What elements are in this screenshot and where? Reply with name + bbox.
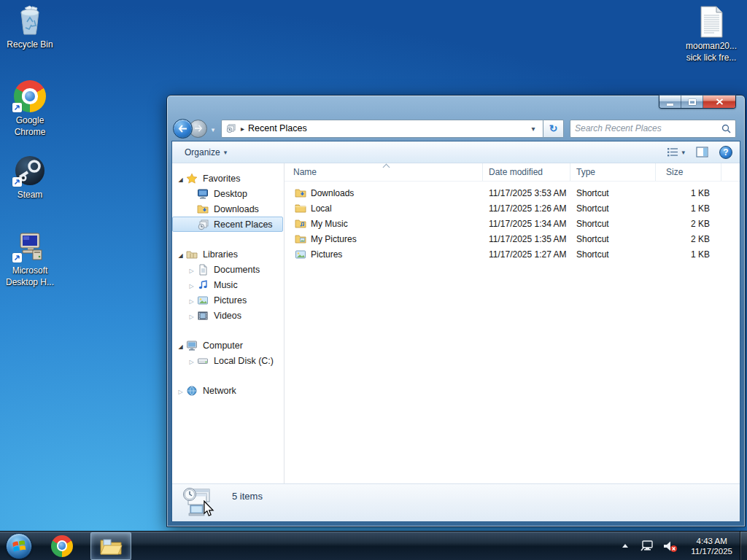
network-icon	[186, 385, 199, 397]
forward-arrow-icon	[194, 125, 203, 132]
nav-favorites[interactable]: Favorites	[172, 171, 284, 186]
desktop-icon-mooman-document[interactable]: mooman20... sick lick fre...	[683, 6, 740, 63]
back-arrow-icon	[178, 125, 187, 133]
file-size: 2 KB	[656, 234, 721, 244]
nav-libraries[interactable]: Libraries	[172, 246, 284, 262]
help-button[interactable]	[719, 146, 732, 159]
maximize-button[interactable]	[681, 96, 703, 108]
clock-time: 4:43 AM	[691, 536, 732, 546]
search-box[interactable]	[570, 120, 736, 138]
expander-closed-icon[interactable]	[186, 265, 197, 275]
nav-computer[interactable]: Computer	[172, 338, 284, 353]
desktop-icon-steam[interactable]: Steam	[1, 155, 58, 201]
expander-closed-icon[interactable]	[186, 356, 197, 366]
expander-closed-icon[interactable]	[186, 295, 197, 306]
picture-icon	[295, 249, 306, 260]
preview-pane-button[interactable]	[696, 147, 708, 158]
videos-icon	[197, 310, 210, 322]
nav-local-disk-c[interactable]: Local Disk (C:)	[172, 353, 284, 368]
nav-label: Videos	[214, 311, 241, 321]
system-tray: 4:43 AM 11/17/2025	[622, 532, 747, 560]
column-header-name[interactable]: Name	[285, 163, 483, 181]
desktop-icon-google-chrome[interactable]: Google Chrome	[1, 80, 58, 138]
desktop-icon-recycle-bin[interactable]: Recycle Bin	[1, 4, 58, 50]
show-hidden-icons-button[interactable]	[622, 544, 628, 548]
expander-closed-icon[interactable]	[175, 386, 186, 396]
nav-label: Pictures	[214, 295, 247, 306]
desktop-monitor-icon	[197, 188, 210, 200]
address-dropdown-icon[interactable]	[527, 123, 539, 133]
nav-network[interactable]: Network	[172, 383, 284, 398]
network-tray-icon[interactable]	[640, 540, 654, 552]
steam-icon	[14, 155, 46, 187]
taskbar-clock[interactable]: 4:43 AM 11/17/2025	[691, 536, 732, 556]
clock-date: 11/17/2025	[691, 546, 732, 556]
windows-flag-icon	[12, 539, 26, 553]
nav-music[interactable]: Music	[172, 277, 284, 292]
taskbar-chrome-button[interactable]	[51, 535, 73, 557]
titlebar[interactable]	[167, 96, 745, 116]
breadcrumb[interactable]: Recent Places	[248, 123, 307, 133]
maximize-icon	[689, 99, 696, 105]
nav-videos[interactable]: Videos	[172, 308, 284, 323]
close-icon	[716, 98, 724, 105]
refresh-button[interactable]	[543, 120, 564, 138]
expander-closed-icon[interactable]	[186, 311, 197, 321]
desktop-icon-microsoft-desktop[interactable]: Microsoft Desktop H...	[1, 230, 58, 288]
expander-open-icon[interactable]	[175, 341, 186, 351]
show-desktop-button[interactable]	[740, 532, 747, 560]
nav-label: Downloads	[214, 204, 259, 214]
legacy-computer-icon	[14, 230, 46, 262]
expander-closed-icon[interactable]	[186, 280, 197, 290]
nav-label: Computer	[203, 341, 243, 351]
file-row[interactable]: Downloads 11/17/2025 3:53 AM Shortcut 1 …	[285, 185, 740, 201]
items-count: 5 items	[232, 491, 263, 502]
file-row[interactable]: My Music 11/17/2025 1:34 AM Shortcut 2 K…	[285, 216, 740, 231]
address-bar[interactable]: Recent Places	[221, 120, 543, 138]
nav-recent-places[interactable]: Recent Places	[172, 217, 283, 232]
expander-open-icon[interactable]	[175, 174, 186, 184]
preview-pane-icon	[696, 147, 708, 158]
column-header-type[interactable]: Type	[570, 163, 656, 181]
start-button[interactable]	[6, 533, 32, 559]
desktop-icon-label: Google Chrome	[15, 115, 46, 137]
downloads-folder-icon	[295, 187, 306, 199]
details-pane: 5 items	[172, 483, 740, 521]
file-date: 11/17/2025 3:53 AM	[483, 188, 570, 198]
back-button[interactable]	[173, 119, 193, 139]
nav-downloads[interactable]: Downloads	[172, 201, 284, 217]
change-view-button[interactable]	[667, 147, 685, 157]
breadcrumb-arrow-icon	[241, 123, 244, 133]
nav-label: Documents	[214, 265, 260, 275]
nav-label: Libraries	[203, 249, 238, 260]
sort-ascending-icon	[382, 164, 390, 171]
close-button[interactable]	[703, 96, 735, 108]
file-type: Shortcut	[570, 249, 656, 260]
column-header-size[interactable]: Size	[656, 163, 721, 181]
nav-desktop[interactable]: Desktop	[172, 186, 284, 201]
favorites-star-icon	[186, 173, 199, 184]
taskbar-explorer-button[interactable]	[90, 532, 131, 560]
file-date: 11/17/2025 1:27 AM	[483, 249, 570, 260]
minimize-button[interactable]	[659, 96, 681, 108]
file-row[interactable]: Local 11/17/2025 1:26 AM Shortcut 1 KB	[285, 201, 740, 216]
file-date: 11/17/2025 1:35 AM	[483, 234, 570, 244]
file-name: Pictures	[311, 249, 342, 260]
window-body: Organize	[171, 141, 740, 522]
folder-icon	[295, 203, 306, 214]
desktop-icon-label: Recycle Bin	[7, 39, 53, 50]
organize-button[interactable]: Organize	[179, 145, 232, 160]
recent-pages-dropdown[interactable]	[209, 122, 217, 135]
search-input[interactable]	[575, 123, 721, 133]
nav-pictures[interactable]: Pictures	[172, 292, 284, 308]
file-type: Shortcut	[570, 219, 656, 229]
column-header-date-modified[interactable]: Date modified	[483, 163, 570, 181]
expander-open-icon[interactable]	[175, 249, 186, 260]
nav-documents[interactable]: Documents	[172, 262, 284, 277]
shortcut-arrow-icon	[12, 177, 22, 187]
pictures-folder-icon	[295, 233, 306, 245]
file-size: 1 KB	[656, 203, 721, 214]
volume-muted-icon[interactable]	[662, 540, 678, 553]
file-row[interactable]: My Pictures 11/17/2025 1:35 AM Shortcut …	[285, 231, 740, 246]
file-row[interactable]: Pictures 11/17/2025 1:27 AM Shortcut 1 K…	[285, 246, 740, 262]
